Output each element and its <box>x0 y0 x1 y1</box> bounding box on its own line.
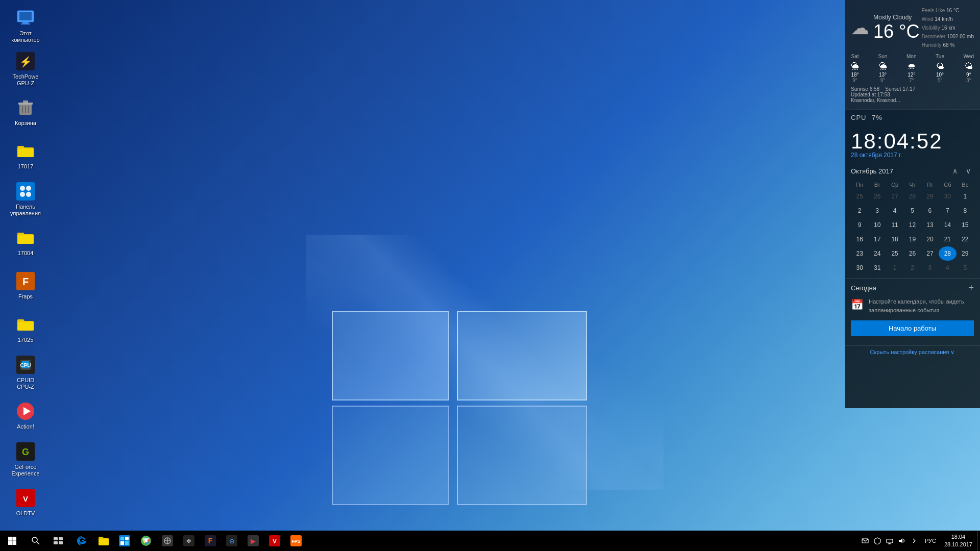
desktop-icon-oldtv[interactable]: V OLDTV <box>5 482 46 523</box>
tray-icon-network[interactable] <box>884 531 895 551</box>
calendar-day[interactable]: 29 <box>921 189 939 204</box>
get-started-button[interactable]: Начало работы <box>851 320 974 336</box>
calendar-day[interactable]: 4 <box>886 204 903 218</box>
control-icon <box>15 181 36 202</box>
svg-point-16 <box>26 192 31 197</box>
desktop-icon-techpowerup[interactable]: ⚡ TechPoweGPU-Z <box>5 48 46 89</box>
volume-icon <box>898 537 905 544</box>
tray-icon-volume[interactable] <box>896 531 908 551</box>
calendar-day[interactable]: 16 <box>851 232 868 246</box>
desktop-icon-folder17025[interactable]: 17025 <box>5 309 46 349</box>
calendar-day[interactable]: 9 <box>851 218 868 232</box>
desktop-icon-fpsmonitor[interactable]: FPS FPS Monitor <box>5 525 46 531</box>
calendar-day[interactable]: 4 <box>939 261 956 275</box>
calendar-day[interactable]: 10 <box>868 218 886 232</box>
calendar-day-header: Пн <box>851 180 868 189</box>
calendar-day[interactable]: 3 <box>868 204 886 218</box>
calendar-day[interactable]: 25 <box>886 246 903 261</box>
hide-schedule-link[interactable]: Скрыть настройку расписания ∨ <box>845 345 980 359</box>
calendar-day[interactable]: 15 <box>957 218 974 232</box>
tray-icon-notification[interactable] <box>860 531 871 551</box>
weather-temperature: 16 °C <box>873 21 922 42</box>
calendar-day[interactable]: 20 <box>921 232 939 246</box>
taskbar-app6[interactable]: ❖ <box>179 531 199 551</box>
calendar-day[interactable]: 28 <box>939 246 956 261</box>
taskbar-app7[interactable]: F <box>200 531 220 551</box>
task-view-button[interactable] <box>47 531 69 551</box>
desktop-icon-action[interactable]: Action! <box>5 395 46 436</box>
calendar-day[interactable]: 1 <box>886 261 903 275</box>
calendar-day[interactable]: 5 <box>957 261 974 275</box>
calendar-day[interactable]: 14 <box>939 218 956 232</box>
calendar-day[interactable]: 27 <box>921 246 939 261</box>
calendar-day[interactable]: 12 <box>903 218 921 232</box>
calendar-prev-btn[interactable]: ∧ <box>949 166 961 176</box>
taskbar-app9[interactable]: ▶ <box>243 531 263 551</box>
calendar-day[interactable]: 1 <box>957 189 974 204</box>
calendar-day[interactable]: 3 <box>921 261 939 275</box>
taskbar-app10[interactable]: V <box>264 531 285 551</box>
taskbar-store[interactable] <box>114 531 135 551</box>
calendar-day[interactable]: 26 <box>868 189 886 204</box>
trash-label: Корзина <box>15 120 36 127</box>
desktop-icon-folder17017[interactable]: 17017 <box>5 135 46 176</box>
desktop-icon-geforce[interactable]: G GeForceExperience <box>5 439 46 480</box>
svg-text:V: V <box>273 538 277 545</box>
language-indicator[interactable]: РУС <box>922 531 939 551</box>
taskbar-chrome[interactable] <box>136 531 156 551</box>
calendar-day[interactable]: 2 <box>903 261 921 275</box>
calendar-day[interactable]: 5 <box>903 204 921 218</box>
calendar-day[interactable]: 26 <box>903 246 921 261</box>
svg-marker-65 <box>899 538 902 543</box>
calendar-day[interactable]: 19 <box>903 232 921 246</box>
svg-text:CPU: CPU <box>20 363 31 368</box>
calendar-day-header: Чт <box>903 180 921 189</box>
calendar-day[interactable]: 8 <box>957 204 974 218</box>
events-add-btn[interactable]: + <box>968 283 974 293</box>
calendar-day[interactable]: 24 <box>868 246 886 261</box>
calendar-day[interactable]: 25 <box>851 189 868 204</box>
calendar-day[interactable]: 6 <box>921 204 939 218</box>
calendar-day[interactable]: 23 <box>851 246 868 261</box>
calendar-day[interactable]: 28 <box>903 189 921 204</box>
tray-expand-btn[interactable] <box>909 531 920 551</box>
svg-rect-38 <box>120 537 124 540</box>
calendar-day[interactable]: 7 <box>939 204 956 218</box>
taskbar-app11[interactable]: FPS <box>286 531 306 551</box>
calendar-day[interactable]: 27 <box>886 189 903 204</box>
calendar-day[interactable]: 30 <box>851 261 868 275</box>
taskbar-app5[interactable] <box>157 531 178 551</box>
desktop-icon-computer[interactable]: Этоткомпьютер <box>5 5 46 46</box>
taskbar-date: 28.10.2017 <box>944 541 972 548</box>
calendar-day[interactable]: 11 <box>886 218 903 232</box>
desktop-icon-cpuid[interactable]: CPU CPUIDCPU-Z <box>5 352 46 393</box>
calendar-day[interactable]: 29 <box>957 246 974 261</box>
taskbar-explorer[interactable] <box>93 531 113 551</box>
weather-main-icon: ☁ <box>851 17 869 39</box>
search-icon <box>32 537 40 545</box>
taskbar-edge[interactable] <box>71 531 92 551</box>
taskbar-clock[interactable]: 18:04 28.10.2017 <box>939 531 977 551</box>
desktop-icon-folder17004[interactable]: 17004 <box>5 222 46 263</box>
calendar-day[interactable]: 21 <box>939 232 956 246</box>
svg-rect-12 <box>16 182 35 201</box>
taskbar-app8[interactable]: ⊕ <box>222 531 242 551</box>
cpu-label: CPU <box>851 114 866 121</box>
start-button[interactable] <box>0 531 24 551</box>
calendar-day[interactable]: 30 <box>939 189 956 204</box>
calendar-day[interactable]: 13 <box>921 218 939 232</box>
calendar-day[interactable]: 2 <box>851 204 868 218</box>
desktop-icon-control[interactable]: Панельуправления <box>5 179 46 219</box>
calendar-next-btn[interactable]: ∨ <box>963 166 974 176</box>
desktop-icon-trash[interactable]: Корзина <box>5 92 46 133</box>
search-button[interactable] <box>24 531 47 551</box>
svg-rect-35 <box>54 541 58 544</box>
calendar-day[interactable]: 17 <box>868 232 886 246</box>
calendar-day[interactable]: 22 <box>957 232 974 246</box>
calendar-day[interactable]: 31 <box>868 261 886 275</box>
desktop-icon-fraps[interactable]: F Fraps <box>5 265 46 306</box>
show-desktop-button[interactable] <box>977 531 980 551</box>
tray-icon-shield[interactable] <box>872 531 883 551</box>
svg-rect-34 <box>59 537 63 540</box>
calendar-day[interactable]: 18 <box>886 232 903 246</box>
